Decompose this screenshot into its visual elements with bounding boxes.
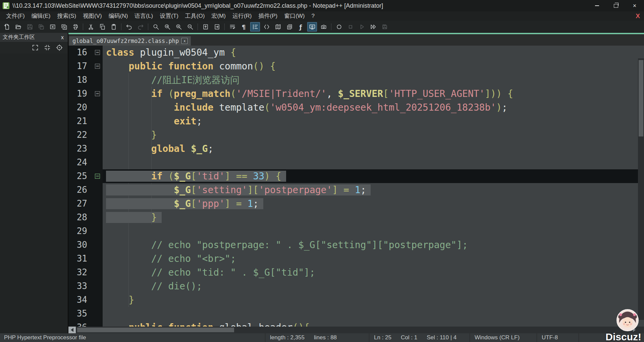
code-line[interactable]: 16−class plugin_w0504_ym { [68, 46, 644, 59]
snapshot-icon[interactable] [319, 22, 328, 32]
code-line[interactable]: 32 // echo "tid: " . $_G["tid"]; [68, 266, 644, 279]
stop-macro-icon[interactable] [345, 22, 355, 32]
document-list-icon[interactable] [284, 22, 294, 32]
close-file-icon[interactable] [48, 22, 57, 32]
word-wrap-icon[interactable] [227, 22, 237, 32]
paste-icon[interactable] [109, 22, 118, 32]
code-line[interactable]: 25− if ($_G['tid'] == 33) { [68, 169, 644, 183]
code-line[interactable]: 26 $_G['setting']['postperpage'] = 1; [68, 183, 644, 197]
horizontal-scrollbar-track[interactable] [76, 327, 631, 333]
zoom-out-icon[interactable] [185, 22, 195, 32]
code-line[interactable]: 29 [68, 224, 644, 238]
tab-label: global_o07uuwfz2rmo22.class.php [72, 38, 179, 44]
close-button[interactable]: × [625, 0, 644, 11]
menu-item[interactable]: 搜索(S) [54, 11, 79, 21]
sync-horizontal-scroll-icon[interactable] [212, 22, 222, 32]
toolbar-separator [331, 23, 331, 30]
panel-close-button[interactable]: x [60, 35, 65, 41]
print-icon[interactable] [70, 22, 80, 32]
code-text [103, 224, 644, 238]
collapse-all-icon[interactable] [44, 44, 51, 51]
code-text: } [103, 293, 644, 307]
code-text: } [103, 211, 644, 224]
fold-marker-icon[interactable]: − [95, 50, 100, 55]
code-line[interactable]: 19− if (preg_match('/MSIE|Trident/', $_S… [68, 87, 644, 101]
locate-file-icon[interactable] [56, 44, 63, 51]
status-eol-format[interactable]: Windows (CR LF) [470, 333, 537, 342]
menu-item[interactable]: 语言(L) [131, 11, 156, 21]
horizontal-scrollbar-thumb[interactable] [77, 328, 234, 332]
left-arrow-icon [71, 328, 73, 332]
code-line[interactable]: 18 //阻止IE浏览器访问 [68, 73, 644, 87]
minimize-button[interactable] [588, 0, 606, 11]
vertical-scrollbar-thumb[interactable] [639, 60, 643, 136]
replace-icon[interactable] [162, 22, 172, 32]
find-icon[interactable] [151, 22, 161, 32]
code-line[interactable]: 24 [68, 156, 644, 169]
toolbar-separator [148, 23, 148, 30]
code-editor[interactable]: 16−class plugin_w0504_ym {17− public fun… [68, 46, 644, 327]
document-map-icon[interactable] [273, 22, 283, 32]
code-line[interactable]: 28 } [68, 211, 644, 224]
menu-item[interactable]: 文件(F) [3, 11, 28, 21]
cut-icon[interactable] [86, 22, 96, 32]
fold-margin [93, 142, 103, 156]
show-all-characters-icon[interactable]: ¶ [239, 22, 249, 32]
monitoring-icon[interactable] [307, 22, 317, 32]
fold-marker-icon[interactable]: − [95, 174, 100, 179]
save-macro-icon[interactable] [380, 22, 389, 32]
fold-marker-icon[interactable]: − [95, 91, 100, 96]
fold-marker-icon[interactable]: − [95, 64, 100, 69]
status-encoding[interactable]: UTF-8 [537, 333, 579, 342]
play-macro-icon[interactable] [357, 22, 367, 32]
menu-item[interactable]: 插件(P) [255, 11, 281, 21]
restore-button[interactable] [606, 0, 625, 11]
status-length: length : 2,355 [270, 334, 305, 341]
code-line[interactable]: 27 $_G['ppp'] = 1; [68, 197, 644, 211]
open-file-icon[interactable] [13, 22, 23, 32]
horizontal-scrollbar[interactable] [68, 327, 644, 333]
menu-item[interactable]: ? [308, 11, 318, 21]
code-line[interactable]: 35 [68, 307, 644, 321]
user-define-language-icon[interactable] [262, 22, 271, 32]
menu-item[interactable]: 编码(N) [105, 11, 131, 21]
tab-global-class-php[interactable]: global_o07uuwfz2rmo22.class.php x [69, 36, 191, 46]
menu-item[interactable]: 编辑(E) [28, 11, 54, 21]
expand-all-icon[interactable] [32, 44, 39, 51]
code-line[interactable]: 22 } [68, 128, 644, 142]
code-line[interactable]: 34 } [68, 293, 644, 307]
tab-close-icon[interactable]: x [181, 38, 187, 44]
code-line[interactable]: 36 public function global_header(){ [68, 321, 644, 327]
folder-workspace-body[interactable] [0, 53, 68, 333]
code-line[interactable]: 17− public function common() { [68, 59, 644, 73]
new-file-icon[interactable] [2, 22, 12, 32]
code-line[interactable]: 21 exit; [68, 114, 644, 128]
menu-item[interactable]: 工具(O) [182, 11, 208, 21]
menu-item[interactable]: 宏(M) [208, 11, 229, 21]
vertical-scrollbar[interactable] [638, 58, 644, 320]
scroll-left-arrow[interactable] [68, 327, 76, 333]
zoom-in-icon[interactable] [174, 22, 183, 32]
indent-guide-icon[interactable] [250, 22, 260, 32]
redo-icon[interactable] [136, 22, 145, 32]
close-all-icon[interactable] [59, 22, 69, 32]
code-line[interactable]: 23 global $_G; [68, 142, 644, 156]
menu-item[interactable]: 设置(T) [156, 11, 182, 21]
menu-item[interactable]: 窗口(W) [281, 11, 308, 21]
menu-item[interactable]: 视图(V) [79, 11, 105, 21]
function-list-icon[interactable]: ƒ [296, 22, 306, 32]
record-macro-icon[interactable] [334, 22, 344, 32]
menu-item[interactable]: 运行(R) [229, 11, 255, 21]
menu-close-x-button[interactable]: X [636, 11, 640, 21]
sync-vertical-scroll-icon[interactable] [201, 22, 210, 32]
code-line[interactable]: 30 // echo "postperpage: " . $_G["settin… [68, 238, 644, 252]
save-all-icon[interactable] [36, 22, 46, 32]
code-line[interactable]: 31 // echo "<br>"; [68, 252, 644, 266]
code-line[interactable]: 33 // die(); [68, 279, 644, 293]
code-line[interactable]: 20 include template('w0504_ym:deepseek_h… [68, 101, 644, 114]
undo-icon[interactable] [124, 22, 134, 32]
run-macro-multiple-icon[interactable] [368, 22, 378, 32]
copy-icon[interactable] [97, 22, 107, 32]
fold-margin: − [93, 87, 103, 101]
save-icon[interactable] [25, 22, 35, 32]
